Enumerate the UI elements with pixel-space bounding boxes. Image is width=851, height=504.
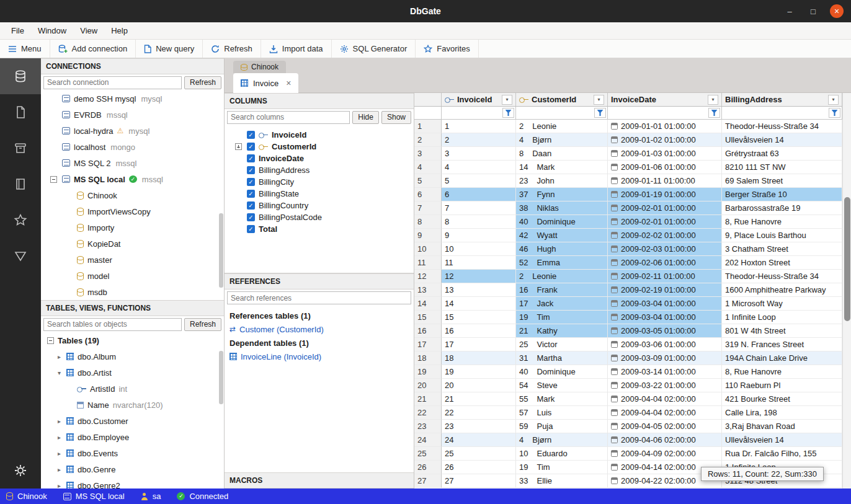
column-checkbox-row[interactable]: ✓BillingCity <box>225 176 414 188</box>
row-number[interactable]: 20 <box>414 379 442 392</box>
filter-button[interactable] <box>829 108 840 118</box>
settings-button[interactable] <box>0 453 41 489</box>
cell-billingaddress[interactable]: Barbarossastraße 19 <box>722 201 842 215</box>
new-query-button[interactable]: New query <box>136 40 203 58</box>
cell-customerid[interactable]: 38Niklas <box>516 201 608 215</box>
checkbox[interactable]: ✓ <box>247 213 255 221</box>
filter-input-invoicedate[interactable] <box>609 108 705 118</box>
cell-invoicedate[interactable]: 2009-02-19 01:00:00 <box>608 283 722 297</box>
cell-customerid[interactable]: 40Dominique <box>516 365 608 379</box>
show-column-button[interactable]: Show <box>381 111 411 124</box>
row-number[interactable]: 4 <box>414 161 442 174</box>
sql-generator-button[interactable]: SQL Generator <box>332 40 416 58</box>
cell-customerid[interactable]: 52Emma <box>516 256 608 270</box>
checkbox[interactable]: ✓ <box>247 166 255 174</box>
tab-group-database[interactable]: Chinook <box>233 61 286 73</box>
cell-invoiceid[interactable]: 19 <box>442 365 516 379</box>
cell-invoicedate[interactable]: 2009-01-01 01:00:00 <box>608 120 722 133</box>
cell-invoicedate[interactable]: 2009-02-01 01:00:00 <box>608 201 722 215</box>
connection-item[interactable]: localhostmongo <box>41 139 224 155</box>
cell-billingaddress[interactable]: 202 Hoxton Street <box>722 256 842 270</box>
cell-customerid[interactable]: 31Martha <box>516 351 608 365</box>
cell-billingaddress[interactable]: 69 Salem Street <box>722 174 842 188</box>
cell-invoicedate[interactable]: 2009-03-09 01:00:00 <box>608 351 722 365</box>
status-server[interactable]: MS SQL local <box>63 492 125 501</box>
activity-connections[interactable] <box>0 58 41 94</box>
column-checkbox-row[interactable]: ✓InvoiceDate <box>225 153 414 164</box>
connection-item[interactable]: MS SQL local✓mssql <box>41 171 224 187</box>
table-item[interactable]: ▸dbo.Album <box>41 348 224 365</box>
cell-customerid[interactable]: 46Hugh <box>516 242 608 256</box>
cell-billingaddress[interactable]: 1 Infinite Loop <box>722 311 842 324</box>
cell-invoiceid[interactable]: 18 <box>442 351 516 365</box>
column-dropdown-icon[interactable]: ▾ <box>502 95 512 105</box>
row-number[interactable]: 26 <box>414 461 442 474</box>
database-item[interactable]: master <box>41 252 224 268</box>
refresh-button[interactable]: Refresh <box>203 40 261 58</box>
checkbox[interactable]: ✓ <box>247 131 255 139</box>
column-dropdown-icon[interactable]: ▾ <box>828 95 839 105</box>
connections-refresh-button[interactable]: Refresh <box>184 76 221 89</box>
column-dropdown-icon[interactable]: ▾ <box>708 95 718 105</box>
activity-files[interactable] <box>0 94 41 130</box>
cell-invoicedate[interactable]: 2009-04-09 02:00:00 <box>608 447 722 461</box>
cell-billingaddress[interactable]: 8, Rue Hanovre <box>722 215 842 229</box>
column-header-invoiceid[interactable]: InvoiceId▾ <box>442 93 516 107</box>
cell-invoicedate[interactable]: 2009-01-03 01:00:00 <box>608 147 722 161</box>
close-button[interactable]: × <box>830 4 844 18</box>
row-number[interactable]: 8 <box>414 215 442 229</box>
activity-favorites[interactable] <box>0 202 41 238</box>
close-tab-icon[interactable]: × <box>286 78 291 88</box>
cell-invoiceid[interactable]: 10 <box>442 242 516 256</box>
row-number[interactable]: 23 <box>414 420 442 433</box>
database-item[interactable]: Chinook <box>41 187 224 203</box>
cell-invoiceid[interactable]: 25 <box>442 447 516 461</box>
menu-window[interactable]: Window <box>32 24 73 37</box>
row-number[interactable]: 6 <box>414 188 442 201</box>
cell-invoiceid[interactable]: 15 <box>442 311 516 324</box>
cell-customerid[interactable]: 19Tim <box>516 311 608 324</box>
cell-invoiceid[interactable]: 13 <box>442 283 516 297</box>
macros-header[interactable]: MACROS <box>225 472 414 489</box>
cell-invoicedate[interactable]: 2009-01-19 01:00:00 <box>608 188 722 201</box>
cell-invoicedate[interactable]: 2009-03-22 01:00:00 <box>608 379 722 392</box>
column-header-invoicedate[interactable]: InvoiceDate▾ <box>608 93 722 107</box>
cell-customerid[interactable]: 57Luis <box>516 406 608 420</box>
cell-customerid[interactable]: 59Puja <box>516 420 608 433</box>
cell-invoicedate[interactable]: 2009-03-14 01:00:00 <box>608 365 722 379</box>
tab-invoice[interactable]: Invoice × <box>233 73 298 93</box>
status-database[interactable]: Chinook <box>6 492 47 501</box>
row-number[interactable]: 17 <box>414 338 442 351</box>
column-checkbox-row[interactable]: ✓InvoiceId <box>225 129 414 141</box>
row-number[interactable]: 10 <box>414 242 442 256</box>
cell-invoicedate[interactable]: 2009-02-01 01:00:00 <box>608 215 722 229</box>
row-number[interactable]: 15 <box>414 311 442 324</box>
connection-item[interactable]: local-hydra⚠mysql <box>41 123 224 139</box>
filter-input-billingaddress[interactable] <box>723 108 826 118</box>
cell-customerid[interactable]: 40Dominique <box>516 215 608 229</box>
expand-icon[interactable] <box>235 143 242 150</box>
connections-scrollbar[interactable] <box>219 213 223 288</box>
chevron-down-icon[interactable]: ▾ <box>56 369 63 376</box>
tables-group-row[interactable]: Tables (19) <box>41 332 224 348</box>
row-number[interactable]: 9 <box>414 229 442 242</box>
checkbox[interactable]: ✓ <box>247 178 255 186</box>
row-number[interactable]: 13 <box>414 283 442 297</box>
cell-billingaddress[interactable]: Calle Lira, 198 <box>722 406 842 420</box>
scrollbar-thumb[interactable] <box>844 197 850 321</box>
tables-refresh-button[interactable]: Refresh <box>184 318 221 331</box>
cell-billingaddress[interactable]: 194A Chain Lake Drive <box>722 351 842 365</box>
menu-view[interactable]: View <box>74 24 104 37</box>
cell-invoiceid[interactable]: 7 <box>442 201 516 215</box>
cell-invoiceid[interactable]: 16 <box>442 324 516 338</box>
cell-billingaddress[interactable]: Berger Straße 10 <box>722 188 842 201</box>
columns-search-input[interactable] <box>227 111 350 124</box>
cell-billingaddress[interactable]: 110 Raeburn Pl <box>722 379 842 392</box>
cell-billingaddress[interactable]: 319 N. Frances Street <box>722 338 842 351</box>
cell-customerid[interactable]: 2Leonie <box>516 270 608 283</box>
cell-invoiceid[interactable]: 5 <box>442 174 516 188</box>
cell-invoicedate[interactable]: 2009-02-11 01:00:00 <box>608 270 722 283</box>
menu-help[interactable]: Help <box>105 24 134 37</box>
row-number[interactable]: 1 <box>414 120 442 133</box>
cell-customerid[interactable]: 25Victor <box>516 338 608 351</box>
